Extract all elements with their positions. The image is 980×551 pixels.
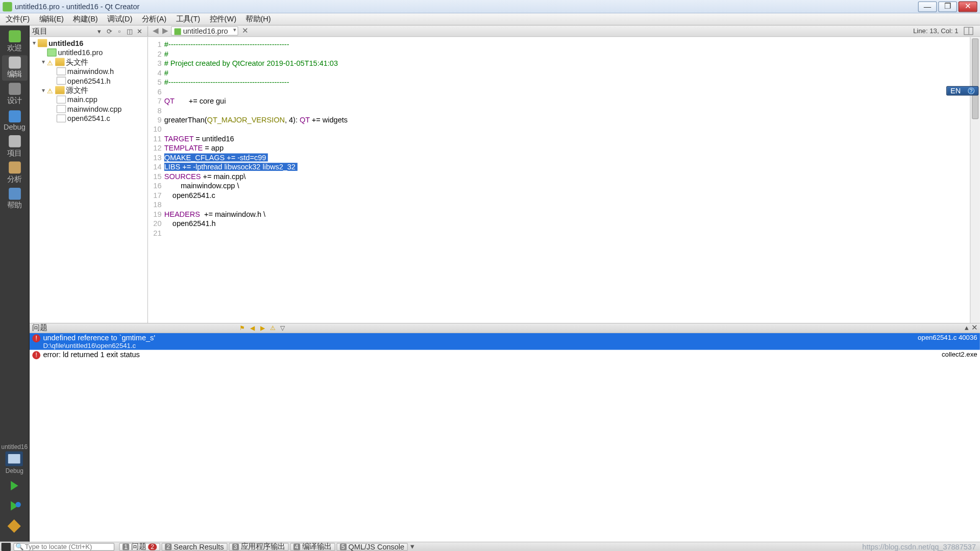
top-toolbar: 项目 ▾ ⟳ ▫ ◫ ✕ ◀ ▶ untitled16.pro ✕ Line: … <box>30 26 980 37</box>
tree-item[interactable]: ▾源文件 <box>30 85 148 94</box>
nav-back-icon[interactable]: ◀ <box>151 27 160 35</box>
split-icon[interactable]: ◫ <box>125 27 134 35</box>
menu-item[interactable]: 调试(D) <box>105 13 135 24</box>
issues-min-icon[interactable]: ▴ <box>965 323 969 332</box>
tree-item[interactable]: open62541.h <box>30 76 148 85</box>
mode-编辑[interactable]: 编辑 <box>2 55 27 81</box>
window-title: untitled16.pro - untitled16 - Qt Creator <box>15 3 139 11</box>
editor-split-icon[interactable] <box>964 27 973 35</box>
filter-funnel-icon[interactable]: ▽ <box>279 324 287 332</box>
mode-欢迎[interactable]: 欢迎 <box>2 29 27 55</box>
filter-clear-icon[interactable]: ⚑ <box>238 324 247 332</box>
ime-indicator[interactable]: EN ? <box>946 86 978 95</box>
kit-label: untitled16 <box>2 443 28 450</box>
issues-close-icon[interactable]: ✕ <box>971 323 977 332</box>
menu-item[interactable]: 文件(F) <box>3 13 32 24</box>
ime-lang: EN <box>950 87 961 95</box>
output-tab[interactable]: 3应用程序输出 <box>229 542 288 550</box>
mode-分析[interactable]: 分析 <box>2 160 27 186</box>
sync-icon[interactable]: ⟳ <box>105 27 114 35</box>
mode-Debug[interactable]: Debug <box>2 108 27 133</box>
close-pane-icon[interactable]: ✕ <box>135 27 144 35</box>
file-breadcrumb[interactable]: untitled16.pro <box>171 26 238 36</box>
code-editor[interactable]: 123456789101112131415161718192021 #-----… <box>148 37 980 323</box>
watermark: https://blog.csdn.net/qq_37887537 <box>862 542 978 550</box>
menu-item[interactable]: 分析(A) <box>139 13 169 24</box>
project-tree[interactable]: ▾untitled16untitled16.pro▾头文件mainwindow.… <box>30 37 148 323</box>
tree-item[interactable]: mainwindow.cpp <box>30 104 148 113</box>
output-tab[interactable]: 5QML/JS Console <box>336 542 408 550</box>
issue-row[interactable]: !error: ld returned 1 exit statuscollect… <box>30 350 980 360</box>
issues-title: 问题 <box>32 323 47 333</box>
mode-设计[interactable]: 设计 <box>2 82 27 107</box>
mode-帮助[interactable]: 帮助 <box>2 186 27 212</box>
kit-selector[interactable] <box>6 452 23 466</box>
app-icon <box>3 2 12 11</box>
menu-item[interactable]: 控件(W) <box>207 13 239 24</box>
menu-item[interactable]: 构建(B) <box>70 13 101 24</box>
output-tab[interactable]: 1问题2 <box>119 542 160 550</box>
tree-item[interactable]: mainwindow.h <box>30 67 148 76</box>
tree-item[interactable]: ▾untitled16 <box>30 38 148 47</box>
toggle-sidebar-button[interactable] <box>2 542 11 550</box>
menu-item[interactable]: 编辑(E) <box>36 13 66 24</box>
issues-pane: 问题 ⚑ ◀ ▶ ⚠ ▽ ▴ ✕ !undefined reference to… <box>30 323 980 542</box>
mode-项目[interactable]: 项目 <box>2 134 27 159</box>
issues-next-icon[interactable]: ▶ <box>258 324 266 332</box>
output-more-icon[interactable]: ▾ <box>408 542 416 551</box>
filter-icon[interactable]: ▾ <box>95 27 104 35</box>
add-icon[interactable]: ▫ <box>115 27 124 35</box>
minimize-button[interactable]: — <box>918 1 937 12</box>
output-tab[interactable]: 4编译输出 <box>290 542 335 550</box>
issues-prev-icon[interactable]: ◀ <box>249 324 257 332</box>
run-button[interactable] <box>11 481 18 490</box>
tree-item[interactable]: ▾头文件 <box>30 57 148 66</box>
kit-config: Debug <box>6 467 23 474</box>
title-bar: untitled16.pro - untitled16 - Qt Creator… <box>0 0 980 13</box>
issue-row[interactable]: !undefined reference to `gmtime_s'D:\qfi… <box>30 333 980 350</box>
menu-item[interactable]: 工具(T) <box>173 13 203 24</box>
build-button[interactable] <box>8 519 21 533</box>
editor-scrollbar[interactable] <box>970 37 980 323</box>
nav-fwd-icon[interactable]: ▶ <box>160 27 169 35</box>
search-icon: 🔍 <box>15 543 23 550</box>
cursor-position: Line: 13, Col: 1 <box>909 27 963 35</box>
mode-strip: 欢迎编辑设计Debug项目分析帮助 untitled16 Debug <box>0 26 30 541</box>
output-tab[interactable]: 2Search Results <box>161 542 227 550</box>
locator-input[interactable] <box>25 543 112 550</box>
ime-help-icon[interactable]: ? <box>968 87 974 94</box>
status-bar: 🔍 1问题22Search Results3应用程序输出4编译输出5QML/JS… <box>0 541 980 550</box>
tree-item[interactable]: main.cpp <box>30 95 148 104</box>
locator[interactable]: 🔍 <box>13 542 114 550</box>
filter-warn-icon[interactable]: ⚠ <box>268 324 277 332</box>
menu-item[interactable]: 帮助(H) <box>243 13 274 24</box>
close-file-icon[interactable]: ✕ <box>239 27 251 35</box>
projects-header: 项目 <box>32 26 94 36</box>
close-button[interactable]: ✕ <box>959 1 977 12</box>
maximize-button[interactable]: ❐ <box>938 1 957 12</box>
menu-bar: 文件(F)编辑(E)构建(B)调试(D)分析(A)工具(T)控件(W)帮助(H) <box>0 13 980 26</box>
debug-run-button[interactable] <box>11 501 18 510</box>
tree-item[interactable]: untitled16.pro <box>30 48 148 57</box>
tree-item[interactable]: open62541.c <box>30 114 148 123</box>
